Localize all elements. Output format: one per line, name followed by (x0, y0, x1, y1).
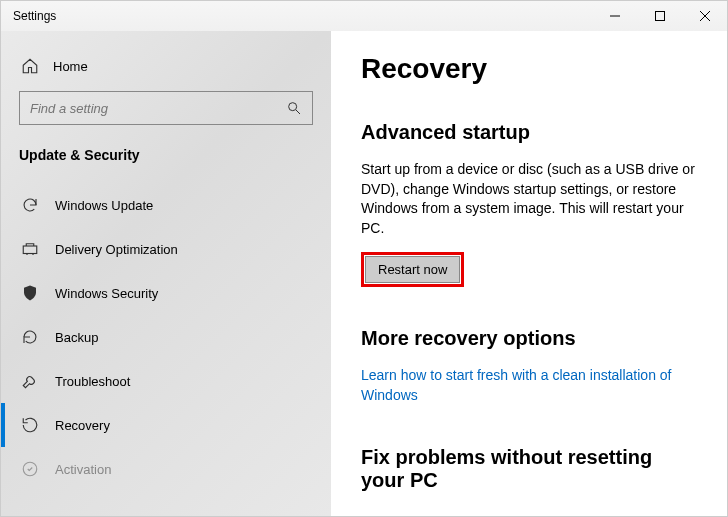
nav-delivery-optimization[interactable]: Delivery Optimization (19, 227, 313, 271)
wrench-icon (21, 372, 39, 390)
nav-label: Activation (55, 462, 111, 477)
home-icon (21, 57, 39, 75)
restart-now-button[interactable]: Restart now (365, 256, 460, 283)
svg-rect-1 (655, 12, 664, 21)
home-link[interactable]: Home (19, 45, 313, 91)
sync-icon (21, 196, 39, 214)
close-button[interactable] (682, 1, 727, 31)
nav-backup[interactable]: Backup (19, 315, 313, 359)
section-title: Update & Security (19, 147, 313, 163)
fresh-install-link[interactable]: Learn how to start fresh with a clean in… (361, 366, 701, 405)
svg-point-4 (289, 103, 297, 111)
advanced-startup-title: Advanced startup (361, 121, 701, 144)
nav-windows-update[interactable]: Windows Update (19, 183, 313, 227)
nav-label: Windows Update (55, 198, 153, 213)
home-label: Home (53, 59, 88, 74)
sidebar: Home Update & Security Windows Update (1, 31, 331, 516)
shield-icon (21, 284, 39, 302)
svg-line-5 (296, 110, 300, 114)
window-title: Settings (13, 9, 56, 23)
nav-windows-security[interactable]: Windows Security (19, 271, 313, 315)
minimize-button[interactable] (592, 1, 637, 31)
nav-activation[interactable]: Activation (19, 447, 313, 491)
page-title: Recovery (361, 53, 701, 85)
advanced-startup-desc: Start up from a device or disc (such as … (361, 160, 701, 238)
maximize-button[interactable] (637, 1, 682, 31)
backup-icon (21, 328, 39, 346)
search-icon (286, 100, 302, 116)
main-content: Recovery Advanced startup Start up from … (331, 31, 727, 516)
search-box[interactable] (19, 91, 313, 125)
window-buttons (592, 1, 727, 31)
activation-icon (21, 460, 39, 478)
recovery-icon (21, 416, 39, 434)
fix-problems-title: Fix problems without resetting your PC (361, 446, 701, 492)
nav-recovery[interactable]: Recovery (19, 403, 313, 447)
search-input[interactable] (30, 101, 286, 116)
nav-troubleshoot[interactable]: Troubleshoot (19, 359, 313, 403)
highlight-box: Restart now (361, 252, 464, 287)
nav-label: Backup (55, 330, 98, 345)
svg-rect-6 (23, 246, 37, 254)
titlebar: Settings (1, 1, 727, 31)
nav-label: Recovery (55, 418, 110, 433)
nav-label: Delivery Optimization (55, 242, 178, 257)
more-recovery-title: More recovery options (361, 327, 701, 350)
nav-label: Troubleshoot (55, 374, 130, 389)
nav-label: Windows Security (55, 286, 158, 301)
delivery-icon (21, 240, 39, 258)
nav-list: Windows Update Delivery Optimization Win… (19, 183, 313, 491)
